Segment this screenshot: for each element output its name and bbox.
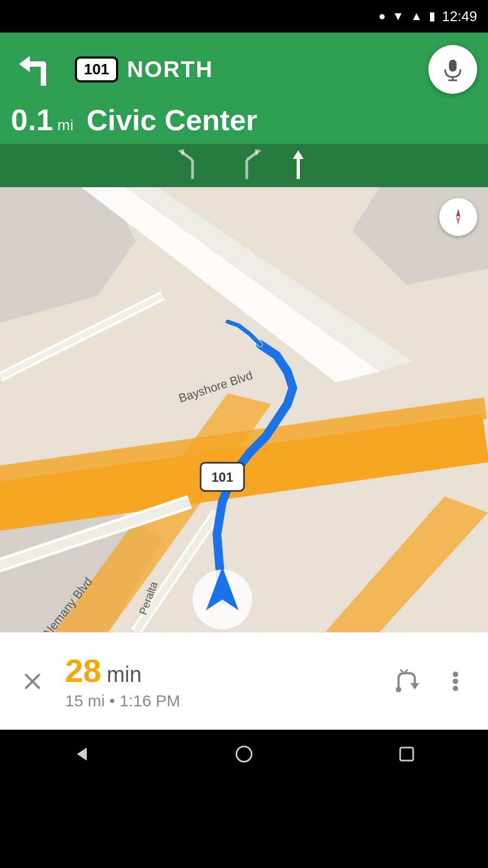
compass-button[interactable] [439, 198, 477, 236]
svg-marker-11 [293, 150, 304, 159]
svg-marker-0 [19, 56, 30, 72]
location-icon: ● [378, 9, 386, 23]
svg-marker-44 [77, 748, 87, 761]
svg-point-43 [453, 686, 458, 691]
svg-rect-1 [449, 60, 457, 72]
microphone-button[interactable] [428, 45, 477, 94]
eta-details: 15 mi • 1:16 PM [65, 692, 390, 710]
distance-row: 0.1 mi Civic Center [11, 102, 477, 137]
close-button[interactable] [16, 665, 49, 698]
more-options-button[interactable] [439, 665, 472, 698]
svg-text:101: 101 [211, 470, 233, 484]
eta-min-label: min [107, 662, 142, 687]
recent-apps-button[interactable] [390, 738, 423, 770]
route-info: 101 NORTH [75, 56, 419, 82]
battery-icon: ▮ [429, 9, 435, 23]
direction-text: NORTH [127, 56, 213, 82]
back-button[interactable] [65, 738, 98, 770]
svg-point-45 [236, 746, 252, 762]
signal-icon: ▲ [410, 9, 422, 23]
system-nav-bar [0, 730, 488, 778]
svg-point-41 [453, 672, 458, 677]
lane-guidance [0, 144, 488, 187]
alt-route-button[interactable] [390, 665, 423, 698]
svg-point-42 [453, 679, 458, 684]
bottom-panel: 28 min 15 mi • 1:16 PM [0, 632, 488, 730]
home-button[interactable] [228, 738, 260, 770]
svg-point-40 [396, 687, 401, 692]
svg-marker-35 [456, 209, 460, 217]
distance-number: 0.1 [11, 102, 53, 137]
highway-badge: 101 [75, 56, 118, 82]
turn-arrow [11, 42, 65, 97]
svg-marker-9 [255, 149, 261, 156]
svg-marker-6 [178, 149, 184, 156]
distance-unit: mi [57, 117, 74, 134]
eta-info: 28 min 15 mi • 1:16 PM [65, 652, 390, 710]
navigation-header: 101 NORTH 0.1 mi Civic Center [0, 33, 488, 187]
svg-rect-46 [400, 748, 413, 761]
status-time: 12:49 [442, 8, 477, 25]
svg-marker-39 [410, 683, 419, 690]
bottom-actions [390, 665, 472, 698]
street-name: Civic Center [86, 103, 257, 137]
eta-minutes: 28 [65, 652, 101, 690]
wifi-icon: ▼ [392, 9, 404, 23]
status-bar: ● ▼ ▲ ▮ 12:49 [0, 0, 488, 33]
map-area[interactable]: 101 Bayshore Blvd Alemany Blvd Peralta [0, 187, 488, 632]
svg-marker-36 [456, 217, 460, 225]
